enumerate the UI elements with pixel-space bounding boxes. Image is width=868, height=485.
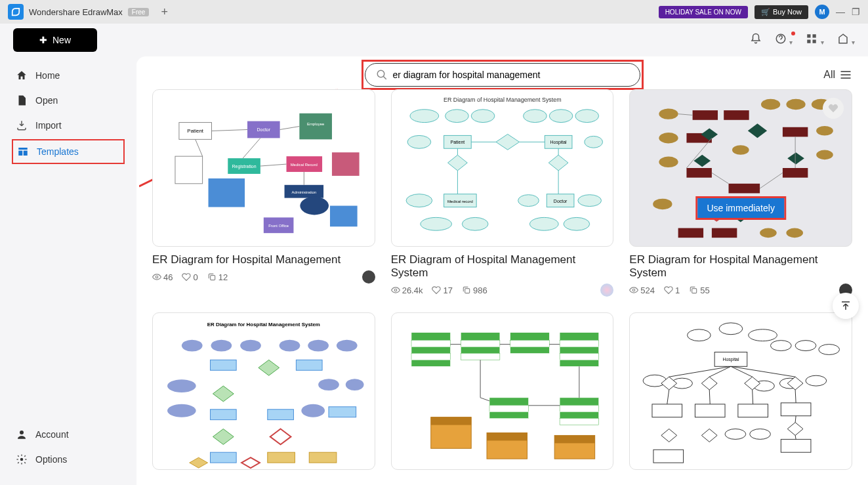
svg-marker-96 — [748, 123, 767, 138]
promo-button[interactable]: HOLIDAY SALE ON NOW — [659, 6, 748, 18]
svg-point-106 — [633, 289, 636, 291]
svg-line-33 — [196, 139, 203, 156]
svg-point-37 — [155, 276, 158, 278]
template-thumbnail[interactable]: Hospital — [629, 312, 852, 470]
sidebar-item-options[interactable]: Options — [0, 447, 136, 472]
free-badge: Free — [128, 8, 150, 16]
svg-rect-135 — [411, 341, 451, 347]
svg-point-77 — [653, 199, 672, 209]
menu-icon — [839, 68, 852, 81]
svg-line-199 — [669, 366, 731, 377]
svg-point-62 — [421, 217, 452, 230]
views-count: 46 — [152, 272, 173, 282]
template-thumbnail[interactable]: ER Diagram for Hospital Management Syste… — [152, 312, 375, 470]
add-tab-button[interactable]: + — [161, 5, 168, 19]
svg-point-81 — [732, 145, 749, 155]
help-icon[interactable]: ▾ — [775, 33, 793, 47]
scroll-top-button[interactable] — [833, 293, 859, 319]
svg-line-203 — [667, 390, 669, 404]
sidebar: Home Open Import Templates Account — [0, 56, 136, 485]
template-card[interactable] — [391, 312, 614, 470]
svg-text:Patient: Patient — [450, 140, 465, 144]
template-grid: Patient Doctor Employee Registration Med… — [152, 89, 852, 470]
template-thumbnail[interactable]: ER Diagram of Hospital Management System… — [391, 89, 614, 247]
svg-text:Patient: Patient — [187, 128, 203, 134]
svg-point-63 — [462, 217, 488, 230]
toolbar: ✚ New ▾ ▾ ▾ — [0, 24, 868, 56]
svg-rect-5 — [18, 148, 28, 150]
svg-marker-197 — [702, 429, 718, 442]
template-card[interactable]: Hospital — [629, 312, 852, 470]
svg-point-180 — [719, 323, 743, 335]
svg-text:Medical Record: Medical Record — [291, 163, 318, 167]
svg-text:ER Diagram of Hospital Managem: ER Diagram of Hospital Management System — [444, 96, 562, 103]
svg-rect-144 — [510, 341, 549, 347]
theme-icon[interactable]: ▾ — [837, 33, 855, 47]
svg-text:Administration: Administration — [291, 190, 316, 194]
svg-rect-126 — [329, 407, 356, 417]
favorite-button[interactable] — [823, 98, 844, 119]
svg-line-103 — [712, 173, 729, 183]
search-box[interactable] — [365, 63, 640, 87]
new-button[interactable]: ✚ New — [13, 28, 97, 52]
filter-all[interactable]: All — [823, 68, 852, 81]
svg-line-34 — [243, 138, 260, 158]
svg-rect-2 — [813, 34, 816, 37]
template-card[interactable]: Use immediately ER Diagram for Hospital … — [629, 89, 852, 297]
svg-rect-151 — [489, 398, 529, 406]
svg-rect-147 — [560, 341, 599, 347]
template-card[interactable]: ER Diagram for Hospital Management Syste… — [152, 312, 375, 470]
svg-point-59 — [406, 194, 432, 207]
sidebar-item-import[interactable]: Import — [0, 113, 136, 138]
maximize-button[interactable]: ❐ — [852, 7, 860, 17]
svg-point-190 — [795, 341, 816, 351]
svg-rect-175 — [738, 404, 768, 417]
sidebar-item-home[interactable]: Home — [0, 63, 136, 88]
author-avatar[interactable] — [600, 284, 613, 297]
svg-point-112 — [279, 340, 300, 352]
use-immediately-button[interactable]: Use immediately — [697, 198, 783, 218]
likes-count: 17 — [432, 285, 452, 295]
template-card[interactable]: Patient Doctor Employee Registration Med… — [152, 89, 375, 297]
bell-icon[interactable] — [750, 33, 762, 47]
minimize-button[interactable]: — — [836, 7, 845, 17]
svg-rect-73 — [465, 289, 470, 293]
svg-line-208 — [795, 435, 796, 439]
svg-text:Registration: Registration — [232, 164, 257, 169]
search-icon — [376, 69, 388, 81]
svg-line-35 — [260, 164, 287, 166]
svg-text:Doctor: Doctor — [554, 199, 568, 203]
sidebar-item-templates[interactable]: Templates — [12, 139, 125, 164]
buy-button[interactable]: 🛒 Buy Now — [754, 5, 808, 19]
titlebar: Wondershare EdrawMax Free + HOLIDAY SALE… — [0, 0, 868, 24]
template-thumbnail[interactable]: Patient Doctor Employee Registration Med… — [152, 89, 375, 247]
svg-rect-91 — [783, 168, 808, 178]
file-icon — [16, 95, 28, 106]
svg-rect-177 — [781, 439, 812, 452]
svg-rect-89 — [783, 127, 808, 137]
sidebar-item-open[interactable]: Open — [0, 88, 136, 113]
svg-rect-22 — [332, 152, 360, 176]
svg-rect-4 — [813, 40, 816, 43]
template-thumbnail[interactable]: Use immediately — [629, 89, 852, 247]
svg-point-51 — [584, 136, 602, 148]
avatar[interactable]: M — [815, 5, 829, 19]
cart-icon: 🛒 — [761, 8, 770, 16]
svg-rect-146 — [560, 333, 599, 341]
app-title: Wondershare EdrawMax — [29, 7, 123, 17]
template-card[interactable]: ER Diagram of Hospital Management System… — [391, 89, 614, 297]
svg-rect-130 — [268, 452, 295, 463]
author-avatar[interactable] — [362, 270, 375, 284]
svg-line-202 — [731, 366, 795, 377]
svg-point-84 — [760, 228, 777, 238]
copies-count: 12 — [207, 272, 228, 282]
copies-count: 986 — [462, 285, 487, 295]
grid-icon[interactable]: ▾ — [806, 33, 823, 47]
search-input[interactable] — [393, 70, 629, 80]
sidebar-item-account[interactable]: Account — [0, 422, 136, 447]
svg-rect-178 — [653, 450, 684, 463]
svg-rect-150 — [560, 360, 599, 366]
template-thumbnail[interactable] — [391, 312, 614, 470]
svg-rect-156 — [560, 412, 599, 419]
svg-marker-128 — [270, 429, 291, 445]
